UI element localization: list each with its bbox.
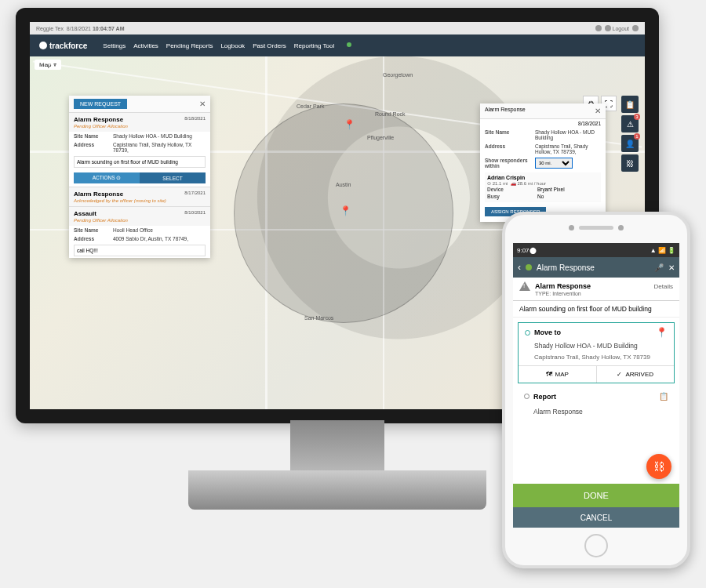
fab-button[interactable]: ⛓ [646, 454, 671, 479]
rail-clipboard-icon[interactable]: 📋 [621, 96, 639, 113]
request-date: 8/17/2021 [184, 191, 206, 195]
details-link[interactable]: Details [654, 283, 673, 290]
header-title: Alarm Response [537, 263, 595, 272]
brand-logo[interactable]: trackforce [39, 42, 87, 50]
step-bullet-icon [525, 330, 530, 336]
nav-reporting-tool[interactable]: Reporting Tool [294, 42, 334, 49]
back-icon[interactable]: ‹ [518, 262, 521, 273]
home-button[interactable] [584, 534, 608, 557]
cancel-button[interactable]: CANCEL [513, 507, 679, 528]
power-icon[interactable] [632, 25, 639, 31]
alarm-description: Alarm sounding on first floor of MUD bui… [513, 301, 679, 318]
nav-settings[interactable]: Settings [103, 42, 126, 49]
status-date: 8/18/2021 [67, 26, 91, 31]
responder-name: Adrian Crispin [487, 175, 599, 180]
move-site: Shady Hollow HOA - MUD Building [519, 342, 674, 354]
map-button[interactable]: 🗺 MAP [519, 366, 597, 383]
response-detail-panel: Alarm Response ✕ 8/18/2021 Site NameShad… [480, 103, 606, 222]
alarm-type: TYPE: Intervention [535, 291, 673, 296]
request-note: call HQ!!! [74, 245, 206, 256]
city-label: Georgetown [383, 72, 413, 78]
rail-alert-icon[interactable]: ⚠3 [621, 115, 639, 132]
mobile-statusbar: 9:07 ⬤ ▲ 📶 🔋 [513, 243, 679, 257]
nav-activities[interactable]: Activities [133, 42, 158, 49]
request-date: 8/10/2021 [184, 210, 206, 215]
city-label: San Marcos [304, 315, 333, 321]
city-label: Pflugerville [367, 135, 394, 140]
map-pin[interactable]: 📍 [340, 205, 351, 216]
arrived-button[interactable]: ✓ ARRIVED [597, 366, 675, 383]
desktop-statusbar: Reggie Tex 8/18/2021 10:04:57 AM Logout [30, 22, 645, 34]
move-to-card: Move to 📍 Shady Hollow HOA - MUD Buildin… [518, 322, 675, 383]
report-label: Report [533, 393, 556, 401]
nav-logbook[interactable]: Logbook [220, 42, 245, 49]
status-icon[interactable] [595, 25, 602, 31]
request-status: Pending Officer Allocation [74, 124, 128, 129]
warning-icon [519, 281, 530, 291]
new-request-button[interactable]: NEW REQUEST [74, 99, 127, 109]
step-bullet-icon [524, 394, 530, 399]
request-date: 8/18/2021 [184, 116, 206, 121]
nav-pending-reports[interactable]: Pending Reports [166, 42, 213, 49]
camera-icon [569, 225, 574, 230]
close-icon[interactable]: ✕ [199, 100, 206, 108]
clipboard-icon[interactable]: 📋 [659, 392, 668, 401]
request-status: Pending Officer Allocation [74, 218, 128, 223]
request-status: Acknowledged by the officer (moving to s… [74, 198, 166, 203]
nav-status-dot [347, 42, 351, 47]
city-label: Austin [336, 182, 351, 187]
rail-site-icon[interactable]: ⛓ [621, 154, 639, 172]
move-address: Capistrano Trail, Shady Hollow, TX 78739 [519, 354, 674, 365]
map-pin[interactable]: 📍 [344, 119, 355, 130]
brand-icon [39, 42, 47, 49]
status-time: 10:04:57 AM [93, 26, 125, 31]
user-name: Reggie Tex [36, 26, 64, 31]
mic-icon[interactable]: 🎤 [654, 263, 664, 272]
actions-button[interactable]: ACTIONS ⊙ [74, 172, 140, 183]
logout-link[interactable]: Logout [613, 26, 629, 31]
request-title: Assault [74, 210, 96, 217]
request-list-panel: NEW REQUEST ✕ Alarm Response 8/18/2021 P… [69, 96, 210, 258]
move-to-label: Move to [534, 328, 561, 336]
done-button[interactable]: DONE [513, 484, 679, 507]
status-icon[interactable] [605, 25, 611, 31]
close-icon[interactable]: ✕ [595, 107, 601, 115]
responder-card[interactable]: Adrian Crispin ⊙ 21.1 mi 🚗 28.6 mi / hou… [485, 172, 601, 202]
nav-past-orders[interactable]: Past Orders [253, 42, 286, 49]
panel-title: Alarm Response [485, 107, 526, 115]
status-dot-icon [526, 264, 532, 270]
sensor-icon [618, 225, 624, 230]
radius-select[interactable]: 30 mi. [535, 158, 573, 169]
tools-icon[interactable]: ✕ [668, 263, 675, 272]
pin-icon[interactable]: 📍 [656, 327, 668, 338]
panel-date: 8/18/2021 [578, 121, 601, 126]
mobile-header: ‹ Alarm Response 🎤✕ [513, 257, 679, 278]
mobile-device: 9:07 ⬤ ▲ 📶 🔋 ‹ Alarm Response 🎤✕ Alarm R… [502, 212, 690, 568]
select-button[interactable]: SELECT [140, 172, 206, 183]
main-nav: trackforce Settings Activities Pending R… [30, 34, 645, 56]
alarm-title: Alarm Response [535, 282, 591, 290]
report-subtitle: Alarm Response [513, 408, 679, 416]
city-label: Cedar Park [297, 103, 324, 109]
request-title: Alarm Response [74, 191, 123, 198]
request-note: Alarm sounding on first floor of MUD bui… [74, 156, 206, 168]
city-label: Round Rock [375, 111, 406, 117]
speaker [579, 226, 613, 230]
request-title: Alarm Response [74, 116, 123, 123]
rail-user-icon[interactable]: 👤1 [621, 135, 639, 152]
